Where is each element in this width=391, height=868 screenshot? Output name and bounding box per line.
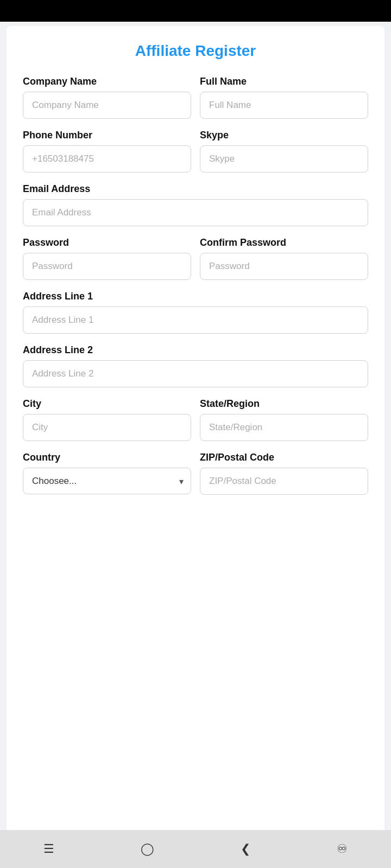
full-name-label: Full Name	[200, 76, 368, 87]
home-icon[interactable]: ◯	[141, 842, 154, 856]
password-label: Password	[23, 237, 191, 248]
back-icon[interactable]: ❮	[241, 842, 250, 856]
group-password: Password	[23, 237, 191, 280]
group-confirm-password: Confirm Password	[200, 237, 368, 280]
status-bar	[0, 0, 391, 22]
company-name-input[interactable]	[23, 92, 191, 119]
zip-input[interactable]	[200, 468, 368, 495]
menu-icon[interactable]: ☰	[43, 842, 54, 856]
country-label: Country	[23, 452, 191, 463]
address2-input[interactable]	[23, 360, 368, 387]
country-select[interactable]: Choosee... United States United Kingdom …	[23, 468, 191, 494]
address1-input[interactable]	[23, 307, 368, 334]
row-phone-skype: Phone Number Skype	[23, 130, 368, 173]
group-address2: Address Line 2	[23, 344, 368, 387]
group-full-name: Full Name	[200, 76, 368, 119]
confirm-password-label: Confirm Password	[200, 237, 368, 248]
group-country: Country Choosee... United States United …	[23, 452, 191, 495]
row-city-state: City State/Region	[23, 398, 368, 441]
zip-label: ZIP/Postal Code	[200, 452, 368, 463]
row-address1: Address Line 1	[23, 291, 368, 334]
row-country-zip: Country Choosee... United States United …	[23, 452, 368, 495]
group-email: Email Address	[23, 183, 368, 226]
row-email: Email Address	[23, 183, 368, 226]
group-company-name: Company Name	[23, 76, 191, 119]
password-input[interactable]	[23, 253, 191, 280]
group-state-region: State/Region	[200, 398, 368, 441]
address2-label: Address Line 2	[23, 344, 368, 356]
phone-number-input[interactable]	[23, 145, 191, 173]
accessibility-icon[interactable]: ♾	[337, 842, 348, 856]
skype-input[interactable]	[200, 145, 368, 173]
form-container: Affiliate Register Company Name Full Nam…	[7, 26, 384, 864]
page-title: Affiliate Register	[23, 42, 368, 60]
address1-label: Address Line 1	[23, 291, 368, 302]
state-region-input[interactable]	[200, 414, 368, 441]
row-address2: Address Line 2	[23, 344, 368, 387]
confirm-password-input[interactable]	[200, 253, 368, 280]
group-zip: ZIP/Postal Code	[200, 452, 368, 495]
email-input[interactable]	[23, 199, 368, 226]
row-password: Password Confirm Password	[23, 237, 368, 280]
email-label: Email Address	[23, 183, 368, 195]
group-address1: Address Line 1	[23, 291, 368, 334]
city-input[interactable]	[23, 414, 191, 441]
bottom-nav: ☰ ◯ ❮ ♾	[0, 830, 391, 868]
row-company-fullname: Company Name Full Name	[23, 76, 368, 119]
full-name-input[interactable]	[200, 92, 368, 119]
phone-number-label: Phone Number	[23, 130, 191, 141]
city-label: City	[23, 398, 191, 410]
state-region-label: State/Region	[200, 398, 368, 410]
group-skype: Skype	[200, 130, 368, 173]
group-phone-number: Phone Number	[23, 130, 191, 173]
bottom-spacer	[23, 506, 368, 549]
skype-label: Skype	[200, 130, 368, 141]
group-city: City	[23, 398, 191, 441]
country-select-wrapper: Choosee... United States United Kingdom …	[23, 468, 191, 494]
company-name-label: Company Name	[23, 76, 191, 87]
